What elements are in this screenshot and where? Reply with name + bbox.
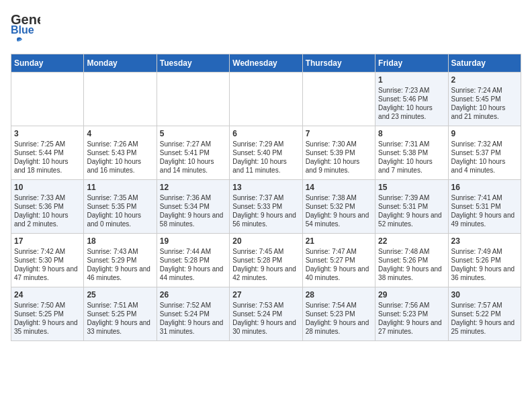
day-info: Sunrise: 7:48 AM [378,247,445,256]
day-number: 19 [160,236,226,246]
day-number: 7 [306,129,372,138]
day-info: Sunrise: 7:24 AM [451,86,518,95]
day-number: 25 [87,290,153,300]
calendar-cell: 20Sunrise: 7:45 AMSunset: 5:28 PMDayligh… [230,234,302,287]
day-info: Sunrise: 7:57 AM [451,301,518,310]
day-info: Sunset: 5:24 PM [232,310,299,318]
calendar-cell: 25Sunrise: 7:51 AMSunset: 5:25 PMDayligh… [84,287,157,341]
day-info: Sunrise: 7:36 AM [160,193,226,202]
calendar-cell [302,73,375,126]
calendar-cell: 29Sunrise: 7:56 AMSunset: 5:23 PMDayligh… [375,287,448,341]
day-info: Daylight: 10 hours and 4 minutes. [451,157,518,175]
day-info: Sunset: 5:33 PM [232,202,299,211]
calendar-cell: 4Sunrise: 7:26 AMSunset: 5:43 PMDaylight… [84,126,157,180]
calendar-cell [157,73,229,126]
day-info: Sunset: 5:36 PM [14,202,81,211]
day-info: Sunset: 5:25 PM [14,310,81,318]
day-info: Daylight: 10 hours and 9 minutes. [306,157,372,175]
day-number: 21 [306,236,372,246]
day-info: Daylight: 9 hours and 40 minutes. [306,265,372,282]
calendar-cell [11,73,84,126]
day-info: Daylight: 10 hours and 2 minutes. [14,211,81,228]
day-info: Sunrise: 7:52 AM [160,301,226,310]
day-header-monday: Monday [84,54,157,73]
day-info: Sunset: 5:24 PM [160,310,226,318]
day-info: Daylight: 9 hours and 30 minutes. [232,318,299,336]
day-info: Sunset: 5:27 PM [306,256,372,265]
day-number: 1 [378,75,445,85]
calendar-week-row: 17Sunrise: 7:42 AMSunset: 5:30 PMDayligh… [11,234,521,287]
day-info: Sunrise: 7:47 AM [306,247,372,256]
day-info: Daylight: 9 hours and 42 minutes. [232,265,299,282]
day-number: 6 [232,129,299,138]
day-number: 24 [14,290,81,300]
day-info: Sunset: 5:44 PM [14,148,81,157]
day-info: Sunrise: 7:41 AM [451,193,518,202]
calendar-cell: 6Sunrise: 7:29 AMSunset: 5:40 PMDaylight… [230,126,302,180]
day-info: Daylight: 9 hours and 46 minutes. [87,265,153,282]
calendar-week-row: 1Sunrise: 7:23 AMSunset: 5:46 PMDaylight… [11,73,521,126]
day-info: Daylight: 10 hours and 21 minutes. [451,103,518,121]
calendar-cell: 7Sunrise: 7:30 AMSunset: 5:39 PMDaylight… [302,126,375,180]
header: General Blue [11,11,521,48]
day-info: Sunset: 5:28 PM [160,256,226,265]
day-number: 22 [378,236,445,246]
calendar-cell: 3Sunrise: 7:25 AMSunset: 5:44 PMDaylight… [11,126,84,180]
day-info: Sunrise: 7:23 AM [378,86,445,95]
day-info: Sunrise: 7:53 AM [232,301,299,310]
day-number: 30 [451,290,518,300]
calendar-cell: 16Sunrise: 7:41 AMSunset: 5:31 PMDayligh… [448,180,521,234]
day-info: Sunrise: 7:37 AM [232,193,299,202]
calendar-cell: 2Sunrise: 7:24 AMSunset: 5:45 PMDaylight… [448,73,521,126]
day-header-sunday: Sunday [11,54,84,73]
day-info: Sunrise: 7:30 AM [306,140,372,148]
calendar-cell: 13Sunrise: 7:37 AMSunset: 5:33 PMDayligh… [230,180,302,234]
day-header-friday: Friday [375,54,448,73]
calendar-cell: 12Sunrise: 7:36 AMSunset: 5:34 PMDayligh… [157,180,229,234]
day-info: Sunset: 5:31 PM [378,202,445,211]
day-info: Sunset: 5:40 PM [232,148,299,157]
calendar-week-row: 10Sunrise: 7:33 AMSunset: 5:36 PMDayligh… [11,180,521,234]
day-number: 15 [378,183,445,192]
day-header-tuesday: Tuesday [157,54,229,73]
calendar-cell [230,73,302,126]
day-info: Sunset: 5:35 PM [87,202,153,211]
calendar-cell: 19Sunrise: 7:44 AMSunset: 5:28 PMDayligh… [157,234,229,287]
calendar-cell: 11Sunrise: 7:35 AMSunset: 5:35 PMDayligh… [84,180,157,234]
calendar-week-row: 24Sunrise: 7:50 AMSunset: 5:25 PMDayligh… [11,287,521,341]
day-info: Sunset: 5:43 PM [87,148,153,157]
day-number: 26 [160,290,226,300]
day-info: Sunrise: 7:25 AM [14,140,81,148]
day-info: Daylight: 9 hours and 35 minutes. [14,318,81,336]
day-info: Sunset: 5:23 PM [378,310,445,318]
day-info: Sunrise: 7:29 AM [232,140,299,148]
calendar-header-row: SundayMondayTuesdayWednesdayThursdayFrid… [11,54,521,73]
day-info: Sunrise: 7:31 AM [378,140,445,148]
svg-text:Blue: Blue [11,24,34,35]
day-info: Daylight: 9 hours and 31 minutes. [160,318,226,336]
calendar-cell: 26Sunrise: 7:52 AMSunset: 5:24 PMDayligh… [157,287,229,341]
day-info: Daylight: 9 hours and 44 minutes. [160,265,226,282]
day-info: Sunset: 5:25 PM [87,310,153,318]
day-header-thursday: Thursday [302,54,375,73]
day-info: Daylight: 10 hours and 16 minutes. [87,157,153,175]
day-number: 2 [451,75,518,85]
logo-icon: General Blue [11,11,40,35]
logo: General Blue [11,11,40,48]
day-info: Daylight: 9 hours and 58 minutes. [160,211,226,228]
calendar-cell: 24Sunrise: 7:50 AMSunset: 5:25 PMDayligh… [11,287,84,341]
day-info: Daylight: 10 hours and 23 minutes. [378,103,445,121]
day-number: 12 [160,183,226,192]
calendar-cell: 28Sunrise: 7:54 AMSunset: 5:23 PMDayligh… [302,287,375,341]
day-info: Daylight: 9 hours and 36 minutes. [451,265,518,282]
day-number: 27 [232,290,299,300]
day-info: Daylight: 9 hours and 52 minutes. [378,211,445,228]
day-number: 13 [232,183,299,192]
day-info: Sunrise: 7:51 AM [87,301,153,310]
day-info: Sunrise: 7:45 AM [232,247,299,256]
day-info: Sunrise: 7:54 AM [306,301,372,310]
day-info: Sunrise: 7:27 AM [160,140,226,148]
calendar-cell: 5Sunrise: 7:27 AMSunset: 5:41 PMDaylight… [157,126,229,180]
day-info: Daylight: 10 hours and 0 minutes. [87,211,153,228]
day-info: Sunrise: 7:44 AM [160,247,226,256]
